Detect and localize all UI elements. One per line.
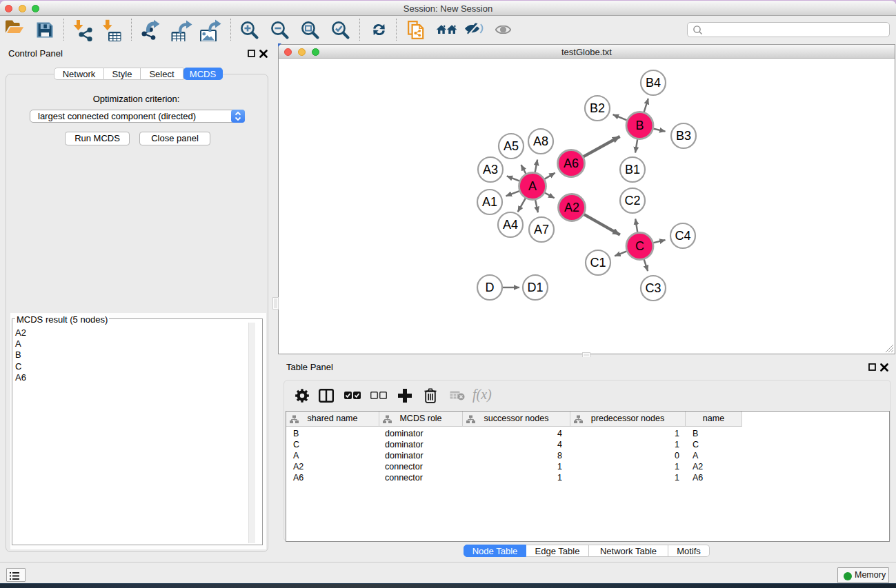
svg-text:D: D [486,281,495,294]
svg-text:A3: A3 [483,163,498,176]
svg-text:B: B [635,119,644,132]
svg-text:A5: A5 [504,139,519,153]
svg-text:A1: A1 [482,195,497,209]
svg-text:C2: C2 [624,194,640,207]
svg-text:C3: C3 [645,281,661,295]
svg-text:B4: B4 [646,76,661,90]
svg-text:A: A [528,179,537,193]
svg-text:A4: A4 [503,218,518,232]
svg-text:A8: A8 [533,134,548,148]
svg-text:A2: A2 [564,201,579,214]
svg-text:C1: C1 [590,256,606,270]
svg-text:B1: B1 [625,163,640,176]
svg-text:A6: A6 [564,156,579,170]
svg-text:C: C [635,239,644,253]
svg-text:C4: C4 [675,229,690,243]
svg-text:B3: B3 [676,129,691,143]
svg-text:D1: D1 [527,281,543,294]
svg-text:B2: B2 [590,101,605,115]
svg-text:A7: A7 [534,223,549,236]
